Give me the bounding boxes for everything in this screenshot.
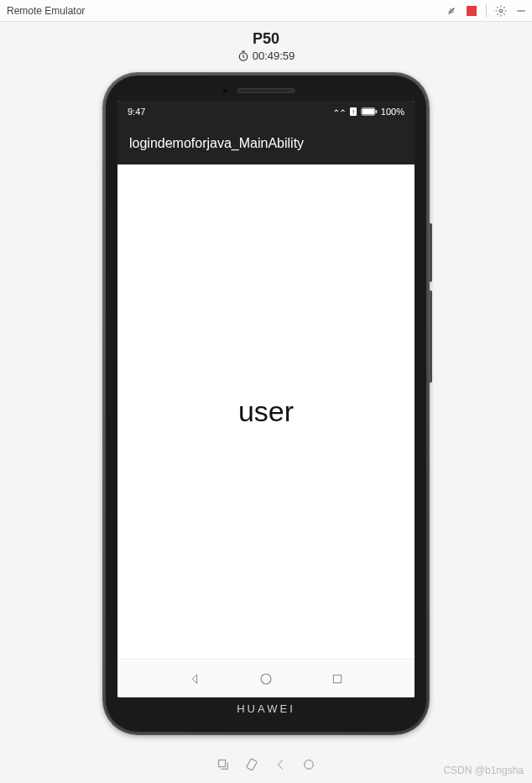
back-icon[interactable] bbox=[274, 758, 287, 771]
power-button[interactable] bbox=[430, 290, 432, 383]
emulator-toolbar: Remote Emulator bbox=[0, 0, 532, 22]
toolbar-divider bbox=[486, 4, 487, 18]
volume-button[interactable] bbox=[430, 223, 432, 282]
svg-rect-10 bbox=[333, 675, 341, 682]
status-time: 9:47 bbox=[128, 107, 145, 117]
phone-frame: 9:47 ! 100% logindemoforjava_MainAbility bbox=[102, 72, 430, 735]
stop-button[interactable] bbox=[466, 5, 477, 17]
app-title-bar: logindemoforjava_MainAbility bbox=[117, 123, 415, 164]
app-title: logindemoforjava_MainAbility bbox=[129, 136, 304, 151]
device-name: P50 bbox=[0, 30, 532, 48]
svg-rect-11 bbox=[219, 760, 226, 767]
phone-bezel: 9:47 ! 100% logindemoforjava_MainAbility bbox=[106, 76, 426, 732]
svg-rect-12 bbox=[247, 759, 258, 770]
network-icon bbox=[334, 107, 346, 116]
battery-icon bbox=[361, 107, 378, 116]
rotate-icon[interactable] bbox=[245, 758, 258, 771]
svg-text:!: ! bbox=[352, 108, 354, 116]
android-nav-bar bbox=[117, 659, 415, 697]
timer-text: 00:49:59 bbox=[253, 50, 295, 62]
status-bar: 9:47 ! 100% bbox=[117, 101, 415, 123]
svg-point-9 bbox=[261, 674, 271, 684]
svg-rect-8 bbox=[375, 110, 377, 112]
svg-point-13 bbox=[305, 760, 314, 770]
screenshot-icon[interactable] bbox=[216, 758, 230, 771]
earpiece bbox=[237, 88, 295, 93]
back-button[interactable] bbox=[186, 671, 203, 687]
watermark: CSDN @b1ngsha bbox=[443, 765, 524, 776]
home-button[interactable] bbox=[258, 671, 274, 687]
clock-icon bbox=[237, 50, 249, 62]
phone-screen: 9:47 ! 100% logindemoforjava_MainAbility bbox=[117, 101, 415, 697]
battery-text: 100% bbox=[381, 107, 404, 117]
minimize-icon[interactable] bbox=[515, 5, 527, 17]
phone-brand: HUAWEI bbox=[117, 702, 415, 715]
svg-point-1 bbox=[499, 9, 503, 13]
gear-icon[interactable] bbox=[495, 5, 507, 17]
alert-icon: ! bbox=[349, 107, 357, 117]
session-timer: 00:49:59 bbox=[0, 50, 532, 62]
content-label: user bbox=[238, 395, 294, 428]
sensor-dot bbox=[223, 89, 227, 93]
emulator-header: P50 00:49:59 bbox=[0, 22, 532, 65]
pin-icon[interactable] bbox=[446, 5, 457, 17]
window-title: Remote Emulator bbox=[5, 5, 85, 17]
recents-button[interactable] bbox=[329, 671, 346, 687]
status-right: ! 100% bbox=[334, 107, 404, 117]
home-icon[interactable] bbox=[302, 758, 316, 771]
toolbar-actions bbox=[446, 4, 527, 18]
svg-rect-7 bbox=[362, 109, 374, 115]
app-content: user bbox=[117, 164, 415, 659]
phone-wrap: 9:47 ! 100% logindemoforjava_MainAbility bbox=[0, 72, 532, 735]
